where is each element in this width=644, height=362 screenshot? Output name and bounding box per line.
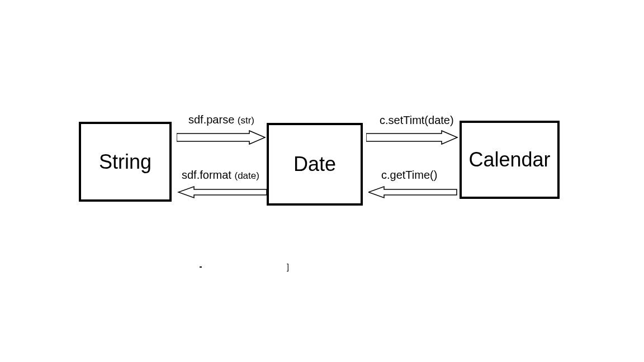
mark-left [200,266,202,268]
mark-right: ] [287,263,289,272]
node-calendar: Calendar [460,121,560,199]
svg-marker-1 [178,187,267,198]
edge-string-to-date-label: sdf.parse (str) [188,113,254,126]
arrow-calendar-to-date [368,184,458,201]
svg-marker-2 [366,131,457,144]
arrow-string-to-date [177,130,266,146]
edge-date-to-string-label: sdf.format (date) [182,169,259,182]
node-string: String [79,122,172,202]
svg-marker-3 [368,187,457,198]
node-date-label: Date [293,153,336,176]
svg-marker-0 [177,131,265,144]
arrow-date-to-calendar [366,130,458,146]
node-string-label: String [99,150,151,174]
edge-date-to-calendar-label: c.setTimt(date) [380,114,454,127]
edge-calendar-to-date-label: c.getTime() [381,169,437,182]
node-calendar-label: Calendar [468,148,550,172]
node-date: Date [267,123,363,206]
arrow-date-to-string [177,184,267,201]
